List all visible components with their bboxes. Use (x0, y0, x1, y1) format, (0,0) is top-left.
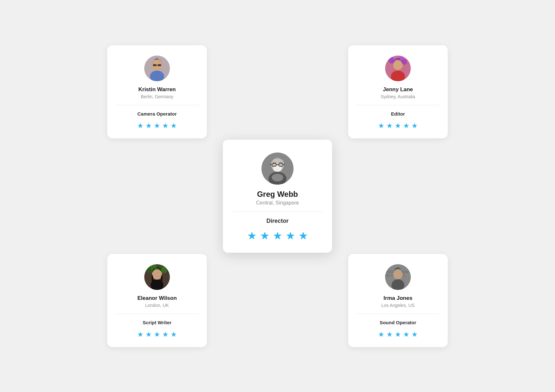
star-2: ★ (386, 122, 393, 129)
name-eleanor: Eleanor Wilson (137, 295, 177, 301)
avatar-eleanor (144, 264, 170, 290)
role-irma: Sound Operator (380, 320, 416, 325)
star-1: ★ (378, 122, 384, 129)
avatar-irma (385, 264, 411, 290)
cards-scene: Kristin Warren Berlin, Germany Camera Op… (101, 39, 454, 353)
divider (115, 105, 199, 105)
card-kristin-warren[interactable]: Kristin Warren Berlin, Germany Camera Op… (107, 45, 207, 138)
star-5: ★ (411, 331, 418, 338)
role-jenny: Editor (391, 111, 405, 117)
svg-point-7 (388, 57, 395, 64)
star-1: ★ (137, 122, 144, 129)
star-2: ★ (145, 122, 152, 129)
star-2: ★ (386, 331, 393, 338)
star-3: ★ (273, 230, 282, 241)
name-jenny: Jenny Lane (383, 86, 413, 93)
card-jenny-lane[interactable]: Jenny Lane Sydney, Australia Editor ★ ★ … (348, 45, 448, 138)
svg-point-12 (393, 60, 403, 70)
star-2: ★ (260, 230, 269, 241)
svg-rect-4 (158, 64, 161, 66)
star-1: ★ (247, 230, 257, 241)
star-5: ★ (171, 331, 177, 338)
name-kristin: Kristin Warren (138, 86, 176, 93)
location-greg: Central, Singapore (256, 200, 299, 206)
star-4: ★ (162, 122, 169, 129)
avatar-greg (261, 152, 294, 185)
svg-point-29 (152, 269, 162, 280)
location-eleanor: London, UK (145, 303, 169, 308)
role-greg: Director (266, 218, 288, 224)
star-3: ★ (154, 122, 160, 129)
stars-kristin: ★ ★ ★ ★ ★ (137, 122, 177, 129)
star-4: ★ (162, 331, 169, 338)
svg-rect-3 (153, 64, 156, 66)
star-4: ★ (403, 122, 410, 129)
divider (356, 314, 440, 314)
avatar-jenny (385, 56, 411, 81)
avatar-kristin (144, 56, 170, 81)
stars-irma: ★ ★ ★ ★ ★ (378, 331, 418, 338)
star-5: ★ (298, 230, 308, 241)
star-1: ★ (137, 331, 144, 338)
name-irma: Irma Jones (383, 295, 412, 301)
star-3: ★ (395, 122, 401, 129)
stars-jenny: ★ ★ ★ ★ ★ (378, 122, 418, 129)
location-jenny: Sydney, Australia (381, 94, 415, 99)
role-eleanor: Script Writer (143, 320, 172, 325)
star-3: ★ (395, 331, 401, 338)
svg-rect-32 (387, 271, 393, 273)
card-greg-webb[interactable]: Greg Webb Central, Singapore Director ★ … (223, 140, 332, 253)
divider (115, 314, 199, 314)
star-2: ★ (145, 331, 152, 338)
card-eleanor-wilson[interactable]: Eleanor Wilson London, UK Script Writer … (107, 254, 207, 347)
divider (233, 212, 322, 212)
location-irma: Los Angeles, US (381, 303, 415, 308)
card-irma-jones[interactable]: Irma Jones Los Angeles, US Sound Operato… (348, 254, 448, 347)
svg-rect-35 (385, 274, 390, 277)
star-3: ★ (154, 331, 160, 338)
star-4: ★ (286, 230, 295, 241)
star-5: ★ (411, 122, 418, 129)
svg-point-15 (272, 174, 283, 181)
stars-eleanor: ★ ★ ★ ★ ★ (137, 331, 177, 338)
svg-point-27 (161, 267, 167, 273)
location-kristin: Berlin, Germany (141, 94, 173, 99)
svg-point-39 (393, 270, 403, 279)
star-4: ★ (403, 331, 410, 338)
name-greg: Greg Webb (257, 190, 298, 199)
star-1: ★ (378, 331, 384, 338)
divider (356, 105, 440, 105)
role-kristin: Camera Operator (137, 111, 177, 117)
star-5: ★ (171, 122, 177, 129)
stars-greg: ★ ★ ★ ★ ★ (247, 230, 308, 241)
